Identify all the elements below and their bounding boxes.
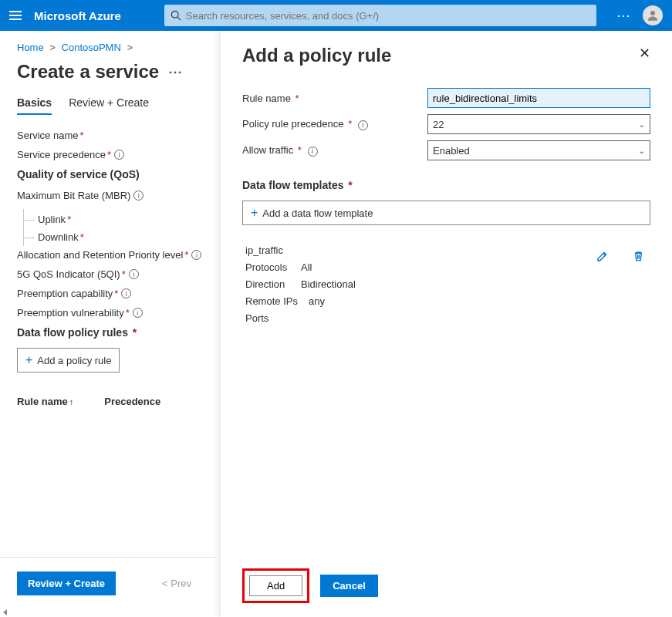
svg-point-0 <box>171 11 178 18</box>
breadcrumb-home[interactable]: Home <box>17 42 44 53</box>
info-icon[interactable]: i <box>133 308 143 318</box>
template-name: ip_traffic <box>245 242 590 259</box>
search-box[interactable] <box>164 5 596 26</box>
label-rule-name: Rule name <box>242 93 291 104</box>
template-direction-value: Bidirectional <box>301 276 356 293</box>
more-menu-icon[interactable]: ⋯ <box>616 7 632 24</box>
add-button-highlight: Add <box>242 568 309 603</box>
panel-title: Add a policy rule <box>242 45 391 66</box>
pencil-icon <box>596 250 609 262</box>
cancel-button[interactable]: Cancel <box>320 575 378 597</box>
precedence-value: 22 <box>433 119 444 130</box>
brand-label: Microsoft Azure <box>34 9 121 22</box>
label-uplink: Uplink <box>38 214 66 225</box>
template-protocols-label: Protocols <box>245 259 301 276</box>
plus-icon: + <box>25 353 32 367</box>
label-preempt-cap: Preemption capability <box>17 288 113 299</box>
add-policy-rule-button[interactable]: + Add a policy rule <box>17 348 120 373</box>
tab-basics[interactable]: Basics <box>17 96 52 115</box>
template-remoteips-label: Remote IPs <box>245 293 309 310</box>
label-5qi: 5G QoS Indicator (5QI) <box>17 268 120 280</box>
svg-point-2 <box>650 11 655 15</box>
svg-line-1 <box>177 17 181 20</box>
label-arp: Allocation and Retention Priority level <box>17 249 183 261</box>
label-service-precedence: Service precedence <box>17 149 106 160</box>
label-rule-precedence: Policy rule precedence <box>242 118 344 130</box>
avatar[interactable] <box>643 5 663 25</box>
delete-template-button[interactable] <box>626 244 650 268</box>
page-title: Create a service <box>17 61 159 83</box>
template-direction-label: Direction <box>245 276 301 293</box>
page-body: Home > ContosoPMN > Create a service ⋯ B… <box>0 31 216 617</box>
trash-icon <box>633 250 644 262</box>
label-allow-traffic: Allow traffic <box>242 144 293 156</box>
plus-icon: + <box>251 206 258 220</box>
heading-templates: Data flow templates <box>242 179 343 191</box>
col-rule-name[interactable]: Rule name <box>17 396 68 407</box>
add-template-label: Add a data flow template <box>262 207 373 219</box>
template-summary: ip_traffic ProtocolsAll DirectionBidirec… <box>245 242 590 327</box>
chevron-down-icon: ⌄ <box>638 120 645 130</box>
template-remoteips-value: any <box>309 293 325 310</box>
info-icon[interactable]: i <box>191 250 201 260</box>
tab-review-create[interactable]: Review + Create <box>69 96 149 115</box>
scrollbar-left-icon[interactable] <box>3 609 11 615</box>
search-icon <box>171 10 181 21</box>
allow-traffic-select[interactable]: Enabled ⌄ <box>427 140 650 160</box>
allow-traffic-value: Enabled <box>433 145 470 157</box>
template-ports-label: Ports <box>245 310 301 327</box>
info-icon[interactable]: i <box>114 150 124 160</box>
heading-dfpr: Data flow policy rules <box>17 326 128 339</box>
breadcrumb: Home > ContosoPMN > <box>17 42 202 53</box>
top-bar: Microsoft Azure ⋯ <box>0 0 672 31</box>
precedence-select[interactable]: 22 ⌄ <box>427 114 650 134</box>
info-icon[interactable]: i <box>308 147 318 157</box>
add-template-button[interactable]: + Add a data flow template <box>242 201 650 225</box>
add-policy-rule-panel: Add a policy rule ✕ Rule name * Policy r… <box>221 31 672 617</box>
prev-button[interactable]: < Prev <box>162 578 191 589</box>
rule-name-input[interactable] <box>427 88 650 108</box>
person-icon <box>646 8 660 22</box>
search-input[interactable] <box>186 10 590 22</box>
info-icon[interactable]: i <box>129 269 139 279</box>
close-icon[interactable]: ✕ <box>639 45 650 62</box>
add-policy-rule-label: Add a policy rule <box>37 355 111 366</box>
breadcrumb-contoso[interactable]: ContosoPMN <box>62 42 121 53</box>
info-icon[interactable]: i <box>133 190 144 201</box>
heading-qos: Quality of service (QoS) <box>17 168 202 180</box>
template-protocols-value: All <box>301 259 312 276</box>
label-service-name: Service name <box>17 130 78 141</box>
edit-template-button[interactable] <box>590 244 615 268</box>
label-downlink: Downlink <box>38 231 79 243</box>
add-button[interactable]: Add <box>249 575 302 596</box>
review-create-button[interactable]: Review + Create <box>17 571 116 595</box>
menu-icon[interactable] <box>9 11 22 20</box>
chevron-down-icon: ⌄ <box>638 146 645 156</box>
label-preempt-vuln: Preemption vulnerability <box>17 307 124 319</box>
col-precedence[interactable]: Precedence <box>104 396 160 407</box>
info-icon[interactable]: i <box>358 120 368 130</box>
info-icon[interactable]: i <box>121 288 131 298</box>
label-mbr: Maximum Bit Rate (MBR) <box>17 190 130 201</box>
page-more-icon[interactable]: ⋯ <box>168 63 182 80</box>
